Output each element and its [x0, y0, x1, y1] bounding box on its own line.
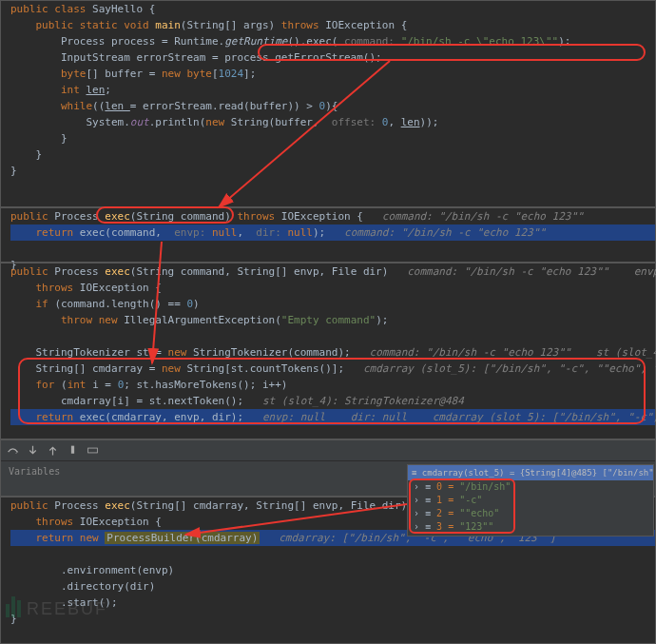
array-value: "123"": [459, 521, 493, 532]
array-entry[interactable]: › ≡ 1 = "-c": [408, 494, 653, 507]
code-text: String(buffer,: [231, 116, 325, 128]
step-into-icon[interactable]: [27, 444, 39, 457]
array-value: ""echo": [459, 508, 499, 518]
inline-debug: command: "/bin/sh -c "echo 123"": [344, 226, 546, 239]
inline-debug: envp: null dir: null cmdarray (slot_5): …: [262, 411, 656, 423]
params: (String command): [130, 210, 238, 223]
comma: ,: [237, 226, 249, 239]
kw-int: int: [68, 379, 93, 391]
code-line: .environment(envp): [61, 564, 174, 576]
field-out: out: [130, 116, 149, 128]
code-block[interactable]: public Process exec(String command, Stri…: [1, 263, 655, 425]
code-text: IllegalArgumentException(: [124, 314, 281, 326]
method-exec: exec: [105, 265, 130, 278]
kw-new: new: [168, 346, 194, 359]
code-line: .directory(dir): [61, 580, 155, 593]
param-hint: dir:: [250, 226, 288, 239]
code-text: StringTokenizer st =: [36, 346, 168, 359]
kw-throws: throws: [36, 516, 80, 528]
bracket: ];: [243, 68, 256, 80]
kw-throws: throws: [36, 282, 80, 294]
type: Process: [54, 265, 105, 278]
brace: }: [10, 165, 17, 177]
code-text: exec(cmdarray, envp, dir);: [80, 411, 262, 423]
code-text: (command.length() ==: [54, 298, 186, 310]
exception: IOException {: [80, 282, 162, 294]
array-value: "/bin/sh": [459, 481, 511, 492]
code-text: );: [313, 226, 344, 239]
array-entry[interactable]: › ≡ 3 = "123"": [408, 520, 653, 534]
exception: IOException {: [80, 516, 162, 528]
kw-throw-new: throw new: [61, 314, 124, 326]
array-value: "-c": [459, 495, 482, 505]
array-index: 2 =: [436, 508, 459, 518]
kw-while: while: [61, 100, 92, 112]
kw-null: null: [287, 226, 313, 239]
params: (String command, String[] envp, File dir…: [130, 265, 407, 278]
kw-public: public: [10, 265, 54, 278]
code-panel-2: public Process exec(String command) thro…: [0, 207, 656, 263]
kw-public: public: [10, 499, 54, 512]
svg-rect-0: [71, 446, 74, 454]
type: Process: [54, 210, 105, 223]
svg-rect-1: [88, 448, 98, 453]
kw-public: public: [10, 210, 54, 223]
paren: ): [193, 298, 200, 310]
code-panel-1: public class SayHello { public static vo…: [0, 0, 656, 207]
exception: IOException {: [325, 19, 407, 31]
code-text: exec(command,: [80, 226, 168, 239]
code-text: = errorStream.read(buffer)) >: [130, 100, 319, 112]
code-text: );: [376, 314, 388, 326]
kw-throws: throws: [281, 19, 325, 31]
kw-new-byte: new byte: [162, 68, 212, 80]
code-text: StringTokenizer(command);: [193, 346, 369, 359]
code-text: .println(: [149, 116, 206, 128]
inline-debug: st (slot_4): StringTokenizer@484: [262, 395, 464, 407]
method-main: main: [155, 19, 181, 31]
code-text: [] buffer =: [86, 68, 161, 80]
brace: }: [36, 148, 43, 161]
kw-public-static: public static: [36, 19, 125, 31]
kw-return: return: [36, 226, 80, 239]
array-entry[interactable]: › ≡ 2 = ""echo": [408, 507, 653, 520]
inline-debug: command: "/bin/sh -c "echo 123"" envp: n…: [407, 265, 656, 278]
code-line: InputStream errorStream = process.getErr…: [61, 51, 382, 64]
debugger-value-popup[interactable]: ≡ cmdarray(slot_5) = {String[4]@485} ["/…: [407, 464, 654, 537]
kw-public: public: [10, 3, 54, 15]
code-text: System.: [86, 116, 129, 128]
array-entry[interactable]: › ≡ 0 = "/bin/sh": [408, 480, 653, 494]
evaluate-icon[interactable]: [87, 444, 99, 457]
step-out-icon[interactable]: [47, 444, 59, 457]
watermark-logo: REEBUF: [6, 595, 120, 623]
code-text: ));: [420, 116, 439, 128]
kw-throws: throws: [237, 210, 280, 223]
code-text: ().exec(: [287, 35, 338, 48]
run-to-cursor-icon[interactable]: [67, 444, 79, 457]
method-exec: exec: [105, 499, 130, 512]
brace: ){: [325, 100, 338, 112]
code-block[interactable]: public class SayHello { public static vo…: [1, 1, 655, 179]
step-over-icon[interactable]: [7, 444, 19, 457]
kw-new: new: [205, 116, 231, 128]
paren: ((: [92, 100, 105, 112]
kw-return: return: [36, 411, 80, 423]
inline-debug: command: "/bin/sh -c "echo 123"": [382, 210, 584, 223]
kw-null: null: [212, 226, 238, 239]
kw-for: for: [36, 379, 62, 391]
code-text: String[] cmdarray =: [36, 362, 162, 375]
params: (String[] args): [181, 19, 281, 31]
string-literal: "/bin/sh -c \"echo 123\"": [401, 35, 559, 48]
kw-return-new: return new: [36, 532, 106, 544]
kw-new: new: [162, 362, 187, 375]
kw-if: if: [36, 298, 55, 310]
space: [260, 532, 279, 544]
class-name: SayHello {: [92, 3, 155, 15]
code-panel-3: public Process exec(String command, Stri…: [0, 263, 656, 439]
kw-byte: byte: [61, 68, 87, 80]
array-index: 0 =: [436, 481, 459, 492]
param-hint: command:: [338, 35, 400, 48]
kw-int: int: [61, 84, 87, 96]
kw-void: void: [124, 19, 155, 31]
code-text: ; st.hasMoreTokens(); i++): [124, 379, 287, 391]
params: (String[] cmdarray, String[] envp, File …: [130, 499, 426, 512]
